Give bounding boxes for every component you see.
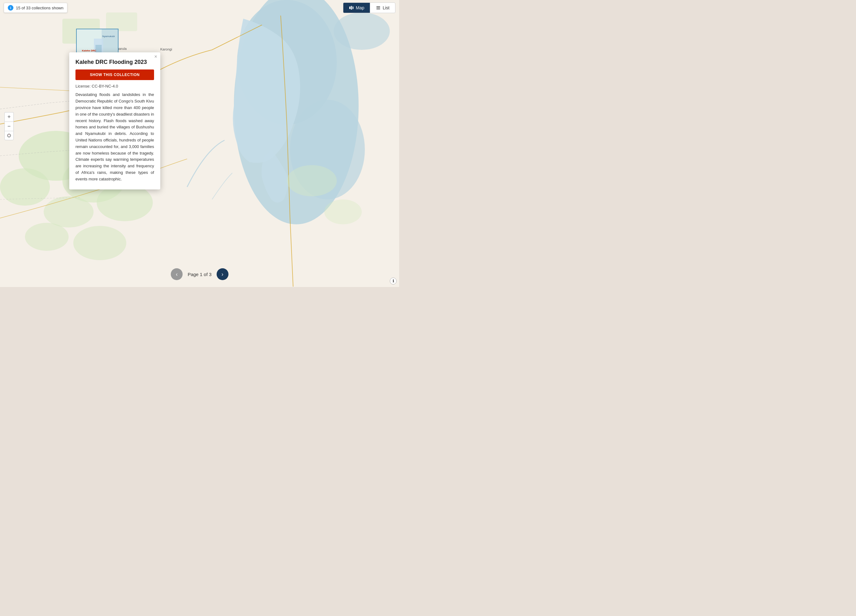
popup-license: License: CC-BY-NC-4.0 bbox=[75, 84, 154, 89]
map-view-button[interactable]: Map bbox=[343, 3, 370, 13]
map-container[interactable]: Nyamukubi Bugarula Karongi Nyakabuye bbox=[0, 0, 399, 287]
popup-card: × Kalehe DRC Flooding 2023 SHOW THIS COL… bbox=[69, 52, 160, 189]
list-view-button[interactable]: List bbox=[370, 3, 396, 13]
svg-point-10 bbox=[25, 223, 69, 251]
list-icon bbox=[376, 5, 381, 10]
view-toggle: Map List bbox=[343, 3, 396, 13]
next-icon: › bbox=[222, 271, 223, 278]
zoom-controls: + − bbox=[5, 112, 14, 140]
svg-point-11 bbox=[73, 226, 126, 260]
thumbnail-place-label: Nyamukubi bbox=[102, 35, 115, 38]
zoom-out-button[interactable]: − bbox=[5, 121, 14, 131]
compass-icon bbox=[7, 134, 11, 138]
svg-rect-20 bbox=[376, 8, 380, 8]
svg-point-14 bbox=[287, 165, 337, 196]
svg-rect-16 bbox=[349, 6, 351, 9]
collections-count-label: 15 of 33 collections shown bbox=[16, 6, 63, 10]
svg-rect-13 bbox=[106, 12, 137, 31]
page-label: Page 1 of 3 bbox=[188, 272, 212, 277]
info-icon-br: ℹ bbox=[393, 279, 394, 283]
popup-title: Kalehe DRC Flooding 2023 bbox=[75, 58, 154, 66]
svg-point-15 bbox=[324, 200, 362, 224]
collections-badge: i 15 of 33 collections shown bbox=[4, 3, 67, 13]
info-icon: i bbox=[8, 5, 14, 11]
info-button-bottom-right[interactable]: ℹ bbox=[390, 278, 397, 284]
svg-rect-18 bbox=[353, 6, 354, 9]
svg-point-8 bbox=[44, 196, 94, 227]
previous-page-button[interactable]: ‹ bbox=[171, 268, 183, 280]
svg-marker-28 bbox=[9, 134, 9, 135]
next-page-button[interactable]: › bbox=[216, 268, 228, 280]
popup-description: Devastating floods and landslides in the… bbox=[75, 92, 154, 182]
pagination: ‹ Page 1 of 3 › bbox=[171, 268, 229, 280]
prev-icon: ‹ bbox=[176, 271, 178, 278]
svg-rect-19 bbox=[376, 6, 380, 7]
map-icon bbox=[349, 5, 354, 10]
zoom-reset-button[interactable] bbox=[5, 131, 14, 140]
svg-rect-17 bbox=[351, 6, 352, 10]
svg-point-6 bbox=[0, 168, 50, 206]
svg-rect-21 bbox=[376, 9, 380, 9]
svg-point-9 bbox=[97, 184, 153, 221]
svg-point-4 bbox=[334, 12, 390, 50]
svg-marker-29 bbox=[9, 136, 9, 137]
show-collection-button[interactable]: SHOW THIS COLLECTION bbox=[75, 69, 154, 80]
popup-close-button[interactable]: × bbox=[154, 54, 157, 59]
zoom-in-button[interactable]: + bbox=[5, 112, 14, 121]
